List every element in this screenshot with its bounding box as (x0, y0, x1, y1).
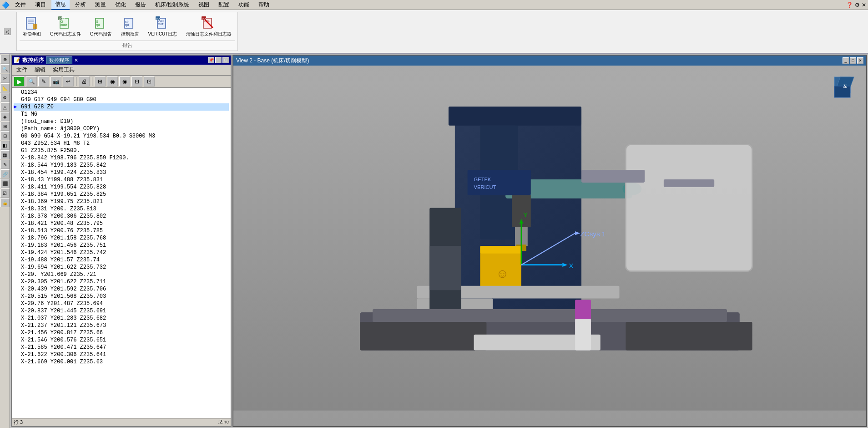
svg-rect-58 (575, 319, 591, 351)
viewport-minimize[interactable]: _ (843, 57, 849, 64)
sidebar-icon-14[interactable]: ⬛ (0, 179, 10, 188)
svg-text:X: X (569, 262, 573, 270)
code-panel: 📝 数控程序 数控程序 ✕ 📌 _ □ 文件 编辑 实用工具 ▶ (11, 55, 232, 427)
code-menu-edit[interactable]: 编辑 (31, 66, 49, 74)
code-line-33: X-21.456 Y200.817 Z235.66 (14, 329, 229, 336)
code-line-34: X-21.546 Y200.576 Z235.651 (14, 336, 229, 344)
code-tool-edit[interactable]: ✎ (38, 76, 49, 87)
orientation-cube[interactable]: 左 (832, 75, 857, 100)
ribbon-btn-clear-log[interactable]: LOG LOG 清除日志文件和日志器 (183, 14, 235, 40)
sidebar-icon-3[interactable]: ✄ (0, 74, 10, 83)
code-panel-minimize[interactable]: _ (215, 57, 222, 63)
sidebar-icon-6[interactable]: △ (0, 102, 10, 112)
code-tool-box1[interactable]: ⊡ (131, 76, 142, 87)
code-status-right: :2.nc (218, 419, 229, 426)
menu-item-config[interactable]: 配置 (215, 0, 233, 10)
svg-rect-4 (33, 24, 37, 29)
menu-item-file[interactable]: 文件 (11, 0, 30, 10)
sidebar-icon-12[interactable]: ✎ (0, 160, 10, 169)
ribbon-btn-control-report[interactable]: ctrl rpt 控制报告 (118, 14, 142, 40)
code-tool-grid[interactable]: ⊞ (95, 76, 106, 87)
svg-text:GETEK: GETEK (474, 177, 491, 182)
ribbon-btn-vericut-log[interactable]: VERI CUT LOG VERICUT日志 (145, 14, 181, 40)
menu-item-info[interactable]: 信息 (51, 0, 70, 10)
sidebar-icon-7[interactable]: ◈ (0, 112, 10, 121)
code-line-13: X-18.411 Y199.554 Z235.828 (14, 183, 229, 191)
close-app-icon[interactable]: ✕ (862, 2, 866, 8)
code-tool-search[interactable]: 🔍 (26, 76, 37, 87)
code-line-31: X-21.037 Y201.283 Z235.682 (14, 315, 229, 322)
code-panel-tab[interactable]: 数控程序 (46, 56, 72, 64)
code-tool-sep-1 (76, 77, 76, 86)
menu-item-measure[interactable]: 测量 (91, 0, 110, 10)
menu-item-report[interactable]: 报告 (131, 0, 150, 10)
menu-item-function[interactable]: 功能 (235, 0, 253, 10)
viewport-close[interactable]: ✕ (857, 57, 863, 64)
sidebar-icon-9[interactable]: ⊟ (0, 131, 10, 140)
menu-item-view[interactable]: 视图 (195, 0, 213, 10)
svg-text:☺: ☺ (496, 266, 509, 280)
ribbon-btn-gcode-log[interactable]: G code LOG G代码日志文件 (47, 14, 84, 40)
machine-scene-svg: ☺ X Y ZCsys 1 B278 (233, 66, 866, 426)
menu-item-project[interactable]: 项目 (31, 0, 50, 10)
ribbon-btn-gcode-log-label: G代码日志文件 (50, 31, 81, 37)
code-tool-camera[interactable]: 📷 (50, 76, 61, 87)
code-panel-maximize[interactable]: □ (222, 57, 229, 63)
svg-text:CUT: CUT (158, 23, 164, 25)
svg-text:ZCsys 1: ZCsys 1 (580, 230, 606, 238)
code-line-6: G0 G90 G54 X-19.21 Y198.534 B0.0 S3000 M… (14, 132, 229, 140)
ribbon-btn-gcode-report[interactable]: G rpt G代码报告 (87, 14, 115, 40)
sidebar-toggle-btn[interactable]: ◁ (4, 28, 11, 35)
code-panel-titlebar: 📝 数控程序 数控程序 ✕ 📌 _ □ (12, 56, 231, 65)
code-panel-pin[interactable]: 📌 (208, 57, 214, 63)
sidebar-icon-5[interactable]: ⚙ (0, 93, 10, 102)
svg-text:LOG: LOG (202, 17, 208, 20)
code-line-12: X-18.43 Y199.488 Z235.831 (14, 176, 229, 183)
svg-text:VERICUT: VERICUT (474, 184, 496, 190)
viewport-title: View 2 - Base (机床/切削模型) (236, 57, 309, 65)
sidebar-icon-8[interactable]: ⊞ (0, 122, 10, 131)
sidebar-icon-15[interactable]: ☑ (0, 189, 10, 198)
code-tool-undo[interactable]: ↩ (63, 76, 74, 87)
sidebar-icon-10[interactable]: ◧ (0, 141, 10, 150)
sidebar-icon-2[interactable]: 🔍 (0, 64, 10, 73)
help-icon[interactable]: ❓ (846, 2, 853, 8)
code-panel-title: 数控程序 (22, 56, 44, 64)
code-tool-play[interactable]: ▶ (14, 76, 25, 87)
viewport: View 2 - Base (机床/切削模型) _ □ ✕ (232, 55, 867, 427)
ribbon-group-report: 补偿单图 G code LOG G (16, 12, 238, 51)
svg-rect-59 (626, 144, 752, 271)
menu-item-optimize[interactable]: 优化 (111, 0, 130, 10)
code-line-10: X-18.544 Y199.183 Z235.842 (14, 162, 229, 169)
code-tool-circle1[interactable]: ◉ (107, 76, 118, 87)
code-tool-print[interactable]: 🖨 (79, 76, 90, 87)
code-line-17: X-18.378 Y200.306 Z235.802 (14, 213, 229, 220)
sidebar-icon-16[interactable]: 🔒 (0, 198, 10, 207)
sidebar-icon-4[interactable]: 📐 (0, 83, 10, 92)
code-tool-circle2[interactable]: ◉ (119, 76, 130, 87)
menu-item-machine[interactable]: 机床/控制系统 (151, 0, 193, 10)
code-menu-tools[interactable]: 实用工具 (49, 66, 78, 74)
code-line-0: O1234 (14, 89, 229, 96)
code-content[interactable]: O1234 G40 G17 G49 G94 G80 G90 ▶ G91 G28 … (12, 88, 231, 418)
code-line-28: X-20.515 Y201.568 Z235.703 (14, 293, 229, 300)
code-line-16: X-18.331 Y200. Z235.813 (14, 205, 229, 213)
code-line-7: G43 Z952.534 H1 M8 T2 (14, 140, 229, 147)
menu-item-analysis[interactable]: 分析 (71, 0, 90, 10)
menu-item-help[interactable]: 帮助 (255, 0, 273, 10)
code-menu-file[interactable]: 文件 (13, 66, 31, 74)
code-line-2-active: ▶ G91 G28 Z0 (14, 103, 229, 111)
code-panel-tab-close[interactable]: ✕ (74, 57, 78, 63)
sidebar-icon-11[interactable]: ▦ (0, 150, 10, 159)
code-tool-box2[interactable]: ⊡ (144, 76, 155, 87)
sidebar-icon-1[interactable]: ⊕ (0, 55, 10, 64)
code-tool-sep-2 (92, 77, 92, 86)
sidebar-icon-13[interactable]: 🔗 (0, 169, 10, 178)
ribbon-btn-compensation[interactable]: 补偿单图 (20, 14, 44, 40)
viewport-maximize[interactable]: □ (850, 57, 856, 64)
svg-text:rpt: rpt (125, 23, 129, 27)
settings-icon[interactable]: ⚙ (855, 2, 860, 8)
ribbon-btn-vericut-log-label: VERICUT日志 (148, 31, 177, 37)
code-line-8: G1 Z235.875 F2500. (14, 147, 229, 154)
code-line-35: X-21.585 Y200.471 Z235.647 (14, 344, 229, 351)
